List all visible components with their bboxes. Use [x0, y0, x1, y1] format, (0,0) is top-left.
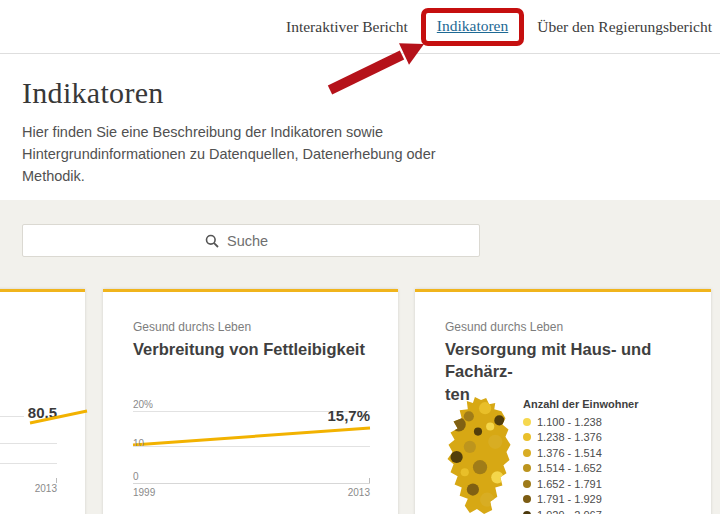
x-axis-line — [133, 483, 370, 484]
gridline — [0, 416, 24, 417]
x-axis-label: 2013 — [35, 483, 57, 494]
card-title: Versorgung mit Haus- und Fachärz- ten — [445, 338, 711, 405]
y-axis-label-mid: 10 — [133, 438, 144, 449]
page-title: Indikatoren — [22, 76, 164, 110]
y-axis-label-bottom: 0 — [133, 471, 139, 482]
legend-item: 1.238 - 1.376 — [523, 430, 639, 446]
legend-item: 1.376 - 1.514 — [523, 445, 639, 461]
legend-item: 1.791 - 1.929 — [523, 492, 639, 508]
legend-item: 1.652 - 1.791 — [523, 476, 639, 492]
nav-item-interaktiver-bericht[interactable]: Interaktiver Bericht — [286, 18, 408, 36]
indicator-card-partial[interactable]: 80,5 2013 — [0, 289, 85, 514]
nav-item-ueber-den-regierungsbericht[interactable]: Über den Regierungsbericht — [537, 18, 712, 36]
y-axis-label-top: 20% — [133, 399, 153, 410]
nav-item-indikatoren[interactable]: Indikatoren — [437, 17, 508, 34]
indicator-card-fettleibigkeit[interactable]: Gesund durchs Leben Verbreitung von Fett… — [103, 289, 398, 514]
top-navigation-bar: Interaktiver Bericht Indikatoren Über de… — [0, 0, 720, 54]
chart-end-value: 15,7% — [327, 407, 370, 424]
page-description: Hier finden Sie eine Beschreibung der In… — [22, 122, 500, 187]
main-nav: Interaktiver Bericht Indikatoren Über de… — [286, 0, 712, 54]
search-input[interactable] — [227, 233, 297, 249]
legend-color-dot — [523, 449, 531, 457]
legend-color-dot — [523, 495, 531, 503]
legend-color-dot — [523, 418, 531, 426]
legend-title: Anzahl der Einwohner — [523, 398, 639, 410]
trend-line-chart — [30, 409, 87, 425]
x-axis-label-start: 1999 — [133, 487, 155, 498]
indicator-card-aerzteversorgung[interactable]: Gesund durchs Leben Versorgung mit Haus-… — [415, 289, 711, 514]
legend-item: 1.100 - 1.238 — [523, 414, 639, 430]
annotation-highlight-box: Indikatoren — [421, 8, 524, 46]
map-legend: Anzahl der Einwohner 1.100 - 1.238 1.238… — [523, 398, 639, 514]
gridline — [0, 463, 57, 464]
legend-color-dot — [523, 433, 531, 441]
legend-item: 1.514 - 1.652 — [523, 461, 639, 477]
x-axis-label-end: 2013 — [348, 487, 370, 498]
card-category: Gesund durchs Leben — [445, 320, 563, 334]
search-box[interactable] — [22, 224, 480, 257]
search-icon — [205, 234, 219, 248]
axis-tick — [369, 478, 370, 483]
legend-color-dot — [523, 480, 531, 488]
legend-color-dot — [523, 464, 531, 472]
gridline — [0, 443, 57, 444]
gridline — [133, 446, 370, 447]
germany-choropleth-map — [443, 396, 515, 514]
card-title: Verbreitung von Fettleibigkeit — [133, 338, 365, 360]
legend-item: 1.929 - 2.067 — [523, 507, 639, 514]
card-category: Gesund durchs Leben — [133, 320, 251, 334]
card-title-line1: Versorgung mit Haus- und Fachärz- — [445, 340, 651, 380]
